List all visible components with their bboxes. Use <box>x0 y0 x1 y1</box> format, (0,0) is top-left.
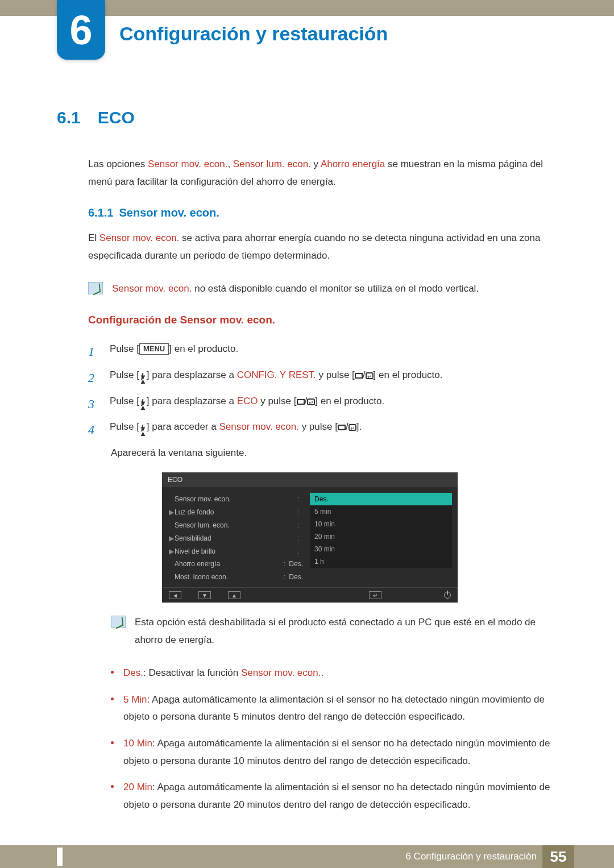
osd-left-icon: ◄ <box>169 591 181 599</box>
osd-menu: ECO Sensor mov. econ.:▶Luz de fondo:Sens… <box>162 472 458 603</box>
steps-list: 1 Pulse [MENU] en el producto. 2 Pulse [… <box>88 340 563 442</box>
config-heading: Configuración de Sensor mov. econ. <box>88 314 563 326</box>
subsection-desc: El Sensor mov. econ. se activa para ahor… <box>88 230 563 264</box>
step-1: 1 Pulse [MENU] en el producto. <box>88 340 563 364</box>
osd-option: 1 h <box>310 555 452 568</box>
chapter-badge: 6 <box>57 0 105 60</box>
down-up-icon: ▼/▲ <box>139 375 147 383</box>
step-4-tail: Aparecerá la ventana siguiente. <box>111 444 563 462</box>
down-up-icon: ▼/▲ <box>139 401 147 409</box>
osd-title: ECO <box>162 472 458 487</box>
note-row-2: Esta opción está deshabilitada si el pro… <box>111 614 563 649</box>
note-row: Sensor mov. econ. no está disponible cua… <box>88 280 563 298</box>
osd-row: ▶Luz de fondo: <box>169 506 303 519</box>
enter-icon <box>349 424 356 431</box>
osd-option: 10 min <box>310 518 452 530</box>
option-bullet: 20 Min: Apaga automáticamente la aliment… <box>111 779 563 813</box>
page-footer: 6 Configuración y restauración 55 <box>0 845 614 868</box>
option-bullet: Des.: Desactivar la función Sensor mov. … <box>111 665 563 682</box>
chapter-title: Configuración y restauración <box>119 23 388 45</box>
subsection-title: Sensor mov. econ. <box>119 206 219 219</box>
subsection-heading: 6.1.1Sensor mov. econ. <box>88 206 563 219</box>
footer-label: 6 Configuración y restauración <box>405 851 537 862</box>
section-title: ECO <box>98 108 135 127</box>
note-icon <box>88 282 103 294</box>
subsection-number: 6.1.1 <box>88 206 113 219</box>
osd-option: Des. <box>310 493 452 505</box>
source-icon <box>297 399 305 405</box>
osd-row: Sensor lum. econ.: <box>169 519 303 532</box>
osd-option: 30 min <box>310 543 452 555</box>
osd-dropdown: Des.5 min10 min20 min30 min1 h <box>310 493 452 568</box>
step-2: 2 Pulse [▼/▲] para desplazarse a CONFIG.… <box>88 366 563 390</box>
osd-row: Ahorro energía:Des. <box>169 558 303 571</box>
osd-row: Most. icono econ.:Des. <box>169 571 303 584</box>
osd-down-icon: ▼ <box>198 591 211 599</box>
section-number: 6.1 <box>57 108 81 127</box>
option-bullet: 5 Min: Apaga automáticamente la alimenta… <box>111 691 563 726</box>
osd-row: Sensor mov. econ.: <box>169 493 303 506</box>
osd-enter-icon: ↵ <box>369 591 381 599</box>
osd-option: 20 min <box>310 530 452 543</box>
osd-row: ▶Nivel de brillo: <box>169 545 303 558</box>
down-up-icon: ▼/▲ <box>139 427 147 435</box>
step-3: 3 Pulse [▼/▲] para desplazarse a ECO y p… <box>88 392 563 416</box>
option-bullet: 10 Min: Apaga automáticamente la aliment… <box>111 735 563 770</box>
osd-row: ▶Sensibilidad: <box>169 532 303 545</box>
osd-footer: ◄ ▼ ▲ ↵ <box>162 587 458 603</box>
source-icon <box>338 425 346 430</box>
section-heading: 6.1 ECO <box>57 108 563 127</box>
enter-icon <box>366 372 374 379</box>
step-4: 4 Pulse [▼/▲] para acceder a Sensor mov.… <box>88 418 563 442</box>
osd-power-icon <box>444 592 451 599</box>
source-icon <box>355 373 363 379</box>
section-intro: Las opciones Sensor mov. econ., Sensor l… <box>88 156 563 190</box>
footer-page-number: 55 <box>542 845 574 868</box>
osd-up-icon: ▲ <box>228 591 240 599</box>
option-bullets: Des.: Desactivar la función Sensor mov. … <box>111 665 563 813</box>
note-icon <box>111 616 126 628</box>
menu-key-icon: MENU <box>139 343 169 355</box>
enter-icon <box>307 398 315 405</box>
osd-option: 5 min <box>310 505 452 518</box>
